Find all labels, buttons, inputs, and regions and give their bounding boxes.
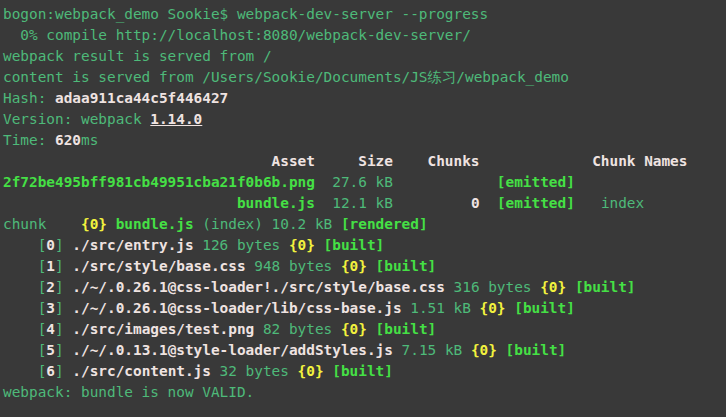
text-segment: ./~/.0.26.1@css-loader!./src/style/base.… — [72, 279, 445, 295]
text-segment: ./~/.0.26.1@css-loader/lib/css-base.js — [72, 300, 401, 316]
text-segment: ] — [55, 279, 72, 295]
text-segment: [built] — [332, 363, 393, 379]
text-segment: ] — [55, 258, 72, 274]
text-segment: ./src/style/base.css — [72, 258, 245, 274]
text-segment: [emitted] — [497, 174, 575, 190]
text-segment: [ — [3, 321, 46, 337]
terminal-line-11: chunk {0} bundle.js (index) 10.2 kB [ren… — [3, 214, 726, 235]
text-segment: bundle.js — [116, 216, 194, 232]
text-segment: 7.15 kB — [393, 342, 471, 358]
text-segment: [ — [3, 363, 46, 379]
terminal-line-18: [6] ./src/content.js 32 bytes {0} [built… — [3, 361, 726, 382]
terminal-line-17: [5] ./~/.0.13.1@style-loader/addStyles.j… — [3, 340, 726, 361]
terminal-line-3: webpack result is served from / — [3, 46, 726, 67]
text-segment: [ — [3, 342, 46, 358]
text-segment: 316 bytes — [445, 279, 540, 295]
text-segment: 6 — [46, 363, 55, 379]
text-segment: content is served from /Users/Sookie/Doc… — [3, 69, 569, 85]
text-segment: 2 — [46, 279, 55, 295]
text-segment: {0} — [480, 300, 506, 316]
text-segment: 0 — [471, 195, 480, 211]
text-segment: Asset Size Chunks Chunk Names — [3, 153, 687, 169]
text-segment — [367, 321, 376, 337]
text-segment: ms — [81, 132, 98, 148]
text-segment: 126 bytes — [194, 237, 289, 253]
text-segment: bundle.js — [237, 195, 315, 211]
text-segment: ] — [55, 363, 72, 379]
text-segment: 0% compile http://localhost:8080/webpack… — [3, 27, 471, 43]
terminal-line-13: [1] ./src/style/base.css 948 bytes {0} [… — [3, 256, 726, 277]
text-segment — [575, 195, 601, 211]
terminal-line-4: content is served from /Users/Sookie/Doc… — [3, 67, 726, 88]
text-segment: webpack result is served from / — [3, 48, 272, 64]
text-segment — [566, 279, 575, 295]
text-segment: ./src/images/test.png — [72, 321, 254, 337]
text-segment: 82 bytes — [254, 321, 341, 337]
text-segment: [ — [3, 237, 46, 253]
text-segment: ] — [55, 321, 72, 337]
terminal-line-8: Asset Size Chunks Chunk Names — [3, 151, 726, 172]
text-segment: [built] — [376, 321, 437, 337]
terminal-output: bogon:webpack_demo Sookie$ webpack-dev-s… — [3, 4, 726, 403]
text-segment: ./~/.0.13.1@style-loader/addStyles.js — [72, 342, 393, 358]
text-segment: {0} — [471, 342, 497, 358]
text-segment: [built] — [575, 279, 636, 295]
text-segment: [ — [3, 279, 46, 295]
text-segment: adaa911ca44c5f446427 — [55, 90, 228, 106]
terminal-line-6: Version: webpack 1.14.0 — [3, 109, 726, 130]
text-segment — [324, 363, 333, 379]
text-segment — [506, 300, 515, 316]
text-segment — [3, 195, 237, 211]
text-segment: ] — [55, 342, 72, 358]
text-segment — [367, 258, 376, 274]
text-segment: 1.14.0 — [150, 111, 202, 127]
text-segment: {0} — [341, 258, 367, 274]
terminal-input-line — [3, 403, 726, 417]
text-segment: index — [601, 195, 644, 211]
text-segment: [emitted] — [497, 195, 575, 211]
text-segment — [393, 195, 471, 211]
text-segment — [315, 237, 324, 253]
text-segment: ./src/entry.js — [72, 237, 193, 253]
text-segment: 1 — [46, 258, 55, 274]
text-segment: 1.51 kB — [402, 300, 480, 316]
text-segment: bogon:webpack_demo Sookie$ webpack-dev-s… — [3, 6, 488, 22]
terminal-line-2: 0% compile http://localhost:8080/webpack… — [3, 25, 726, 46]
text-segment: 3 — [46, 300, 55, 316]
text-segment: [built] — [506, 342, 567, 358]
text-segment — [393, 174, 497, 190]
text-segment: {0} — [81, 216, 107, 232]
text-segment: [rendered] — [341, 216, 428, 232]
text-segment: Version: webpack — [3, 111, 150, 127]
terminal-line-10: bundle.js 12.1 kB 0 [emitted] index — [3, 193, 726, 214]
text-segment: Time: — [3, 132, 55, 148]
terminal-line-12: [0] ./src/entry.js 126 bytes {0} [built] — [3, 235, 726, 256]
text-segment: Hash: — [3, 90, 55, 106]
terminal-window[interactable]: bogon:webpack_demo Sookie$ webpack-dev-s… — [0, 0, 726, 417]
text-segment: ] — [55, 237, 72, 253]
text-segment: 12.1 kB — [315, 195, 393, 211]
text-segment: chunk — [3, 216, 81, 232]
text-segment: webpack: bundle is now VALID. — [3, 384, 254, 400]
text-segment: 2f72be495bff981cb49951cba21f0b6b.png — [3, 174, 315, 190]
text-segment: 5 — [46, 342, 55, 358]
text-segment: [built] — [324, 237, 385, 253]
text-segment: {0} — [540, 279, 566, 295]
terminal-line-9: 2f72be495bff981cb49951cba21f0b6b.png 27.… — [3, 172, 726, 193]
text-segment: {0} — [298, 363, 324, 379]
terminal-line-16: [4] ./src/images/test.png 82 bytes {0} [… — [3, 319, 726, 340]
text-segment: {0} — [341, 321, 367, 337]
text-segment: 948 bytes — [246, 258, 341, 274]
terminal-line-5: Hash: adaa911ca44c5f446427 — [3, 88, 726, 109]
text-segment: [ — [3, 258, 46, 274]
terminal-line-7: Time: 620ms — [3, 130, 726, 151]
terminal-line-1: bogon:webpack_demo Sookie$ webpack-dev-s… — [3, 4, 726, 25]
text-segment — [107, 216, 116, 232]
text-segment: 0 — [46, 237, 55, 253]
terminal-line-19: webpack: bundle is now VALID. — [3, 382, 726, 403]
text-segment: [built] — [514, 300, 575, 316]
text-segment: (index) 10.2 kB — [194, 216, 341, 232]
terminal-line-15: [3] ./~/.0.26.1@css-loader/lib/css-base.… — [3, 298, 726, 319]
text-segment: ./src/content.js — [72, 363, 211, 379]
text-segment — [480, 195, 497, 211]
